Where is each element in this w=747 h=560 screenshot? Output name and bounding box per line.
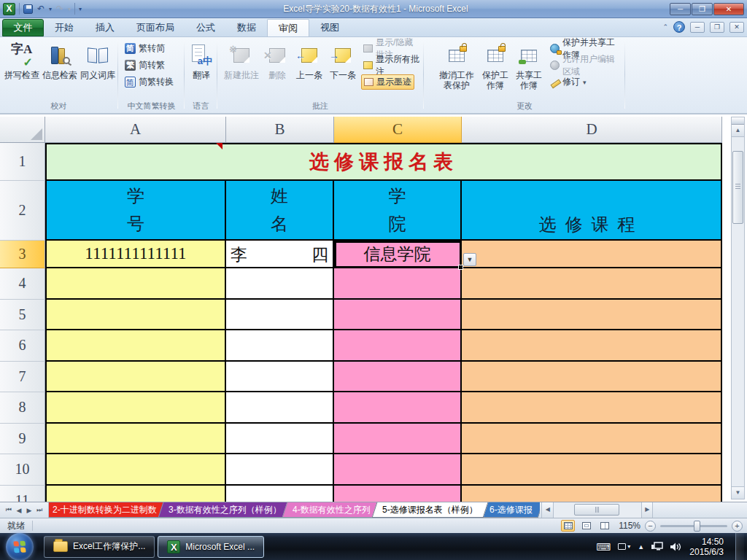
horizontal-scroll-thumb[interactable] [574, 504, 619, 516]
cell[interactable] [226, 424, 334, 455]
cell-title[interactable]: 选修课报名表 [45, 143, 722, 181]
keyboard-icon[interactable]: ⌨ [596, 541, 611, 553]
cell-student-id[interactable]: 1111111111111 [45, 241, 226, 268]
tab-review[interactable]: 审阅 [267, 19, 309, 36]
cell[interactable] [462, 268, 722, 300]
row-header[interactable]: 4 [0, 268, 45, 300]
cell[interactable] [334, 362, 462, 393]
first-sheet-icon[interactable]: ⏮ [4, 506, 13, 514]
cell[interactable] [45, 454, 226, 486]
speaker-icon[interactable] [670, 542, 682, 552]
protect-workbook-button[interactable]: 保护工作簿 [479, 41, 511, 90]
cell[interactable] [334, 330, 462, 362]
next-comment-button[interactable]: → 下一条 [327, 41, 359, 80]
show-ink-button[interactable]: 显示墨迹 [361, 74, 414, 90]
cell[interactable] [226, 454, 334, 486]
row-header[interactable]: 2 [0, 181, 45, 241]
undo-dropdown-icon[interactable]: ▾ [49, 6, 52, 12]
cell-header-name[interactable]: 姓名 [226, 181, 334, 241]
cell[interactable] [45, 268, 226, 300]
cell-header-college[interactable]: 学院 [334, 181, 462, 241]
row-header[interactable]: 11 [0, 486, 45, 502]
cell[interactable] [462, 486, 722, 502]
share-workbook-button[interactable]: 共享工作簿 [513, 41, 545, 90]
cell[interactable] [462, 330, 722, 362]
scroll-up-icon[interactable]: ▲ [732, 125, 744, 137]
cell[interactable] [45, 392, 226, 424]
cell[interactable] [226, 268, 334, 300]
show-desktop-button[interactable] [735, 533, 744, 560]
vertical-scrollbar[interactable]: ▲ ▼ [731, 117, 745, 499]
cell[interactable] [45, 330, 226, 362]
close-button[interactable]: ✕ [713, 3, 744, 15]
cell[interactable] [45, 300, 226, 331]
simp-to-trad-button[interactable]: 繁 简转繁 [123, 58, 167, 73]
taskbar-clock[interactable]: 14:50 2015/6/3 [689, 537, 728, 557]
cell[interactable] [462, 454, 722, 486]
page-layout-view-button[interactable] [579, 520, 593, 532]
tab-insert[interactable]: 插入 [85, 19, 125, 36]
scrollbar-split-handle[interactable] [732, 117, 744, 125]
cell[interactable] [226, 486, 334, 502]
row-header[interactable]: 10 [0, 454, 45, 486]
spell-check-button[interactable]: 字A✓ 拼写检查 [4, 41, 40, 80]
vertical-scroll-thumb[interactable] [732, 151, 743, 224]
taskbar-item-excel[interactable]: X Microsoft Excel ... [158, 536, 264, 558]
data-validation-dropdown[interactable]: ▼ [463, 253, 476, 266]
scroll-left-icon[interactable]: ◀ [542, 502, 554, 518]
cell[interactable] [334, 392, 462, 424]
minimize-ribbon-icon[interactable]: ⌃ [662, 23, 668, 31]
cell[interactable] [226, 362, 334, 393]
excel-app-icon[interactable]: X [3, 3, 15, 15]
cell[interactable] [462, 300, 722, 331]
minimize-button[interactable]: ─ [670, 3, 691, 15]
cell[interactable] [45, 424, 226, 455]
trad-to-simp-button[interactable]: 简 繁转简 [123, 41, 167, 56]
unprotect-sheet-button[interactable]: 撤消工作表保护 [436, 41, 478, 90]
tab-data[interactable]: 数据 [226, 19, 267, 36]
next-sheet-icon[interactable]: ▶ [25, 507, 34, 514]
sheet-tab[interactable]: 4-数据有效性之序列 [282, 502, 381, 518]
zoom-out-button[interactable]: − [645, 521, 656, 532]
tab-page-layout[interactable]: 页面布局 [125, 19, 185, 36]
row-header[interactable]: 5 [0, 300, 45, 331]
cell-header-course[interactable]: 选修课程 [462, 181, 722, 241]
cell-header-student-id[interactable]: 学号 [45, 181, 226, 241]
fill-handle[interactable] [458, 265, 463, 270]
doc-minimize-button[interactable]: ─ [690, 22, 705, 33]
taskbar-item-folder[interactable]: Excel工作簿保护... [44, 536, 155, 558]
zoom-in-button[interactable]: + [732, 521, 743, 532]
tab-home[interactable]: 开始 [44, 19, 85, 36]
translate-button[interactable]: a中 翻译 [188, 41, 214, 80]
prev-sheet-icon[interactable]: ◀ [15, 507, 23, 514]
zoom-slider[interactable] [660, 525, 727, 527]
cell[interactable] [334, 486, 462, 502]
cell[interactable] [462, 424, 722, 455]
language-bar[interactable]: ▾ [618, 543, 630, 550]
cell[interactable] [45, 362, 226, 393]
hidden-icons-button[interactable]: ▲ [638, 543, 644, 551]
row-header[interactable]: 3 [0, 241, 45, 268]
research-button[interactable]: 信息检索 [42, 41, 78, 80]
last-sheet-icon[interactable]: ⏭ [35, 506, 44, 514]
network-icon[interactable] [651, 542, 663, 552]
cell[interactable] [45, 486, 226, 502]
row-header[interactable]: 6 [0, 330, 45, 362]
thesaurus-button[interactable]: 同义词库 [80, 41, 116, 80]
cell[interactable] [334, 424, 462, 455]
sheet-tab[interactable]: 3-数据有效性之序列（样例） [158, 502, 291, 518]
cell-college-selected[interactable]: 信息学院 [334, 241, 462, 268]
page-break-view-button[interactable] [597, 520, 611, 532]
tab-view[interactable]: 视图 [309, 19, 350, 36]
start-button[interactable] [6, 533, 34, 560]
normal-view-button[interactable] [561, 520, 575, 532]
cell[interactable] [462, 362, 722, 393]
cell[interactable] [334, 454, 462, 486]
horizontal-scroll-track[interactable] [554, 502, 641, 518]
sheet-tab[interactable]: 6-选修课报 [479, 502, 540, 518]
doc-close-button[interactable]: ✕ [729, 22, 744, 33]
column-header-d[interactable]: D [462, 117, 722, 143]
column-header-c[interactable]: C [334, 117, 462, 143]
column-header-a[interactable]: A [45, 117, 226, 143]
show-all-comments-button[interactable]: 显示所有批注 [361, 58, 422, 73]
